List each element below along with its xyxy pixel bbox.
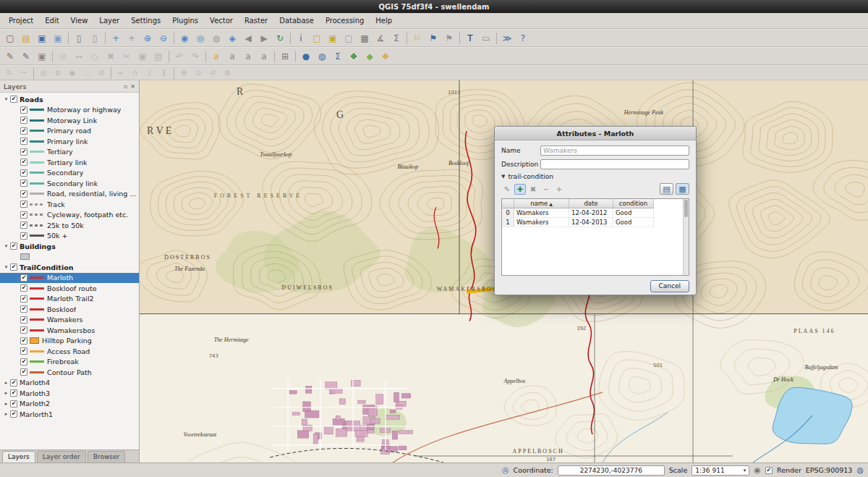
- add-part-button[interactable]: ⊚: [51, 67, 64, 79]
- split-parts-button[interactable]: ∥: [158, 67, 171, 79]
- layer-item-class-swatch[interactable]: [0, 252, 139, 263]
- layer-checkbox[interactable]: ✔: [20, 148, 27, 156]
- layer-item-boskloof[interactable]: ✔Boskloof: [0, 304, 139, 315]
- web-services-button[interactable]: ◍: [315, 49, 329, 64]
- statist-plugin-button[interactable]: Σ: [331, 49, 345, 64]
- layer-checkbox[interactable]: ✔: [10, 242, 17, 250]
- description-field[interactable]: [540, 159, 689, 169]
- zoom-to-layer-button[interactable]: ◈: [225, 31, 239, 46]
- layer-checkbox[interactable]: ✔: [20, 326, 27, 334]
- layer-item-motorway-or-highway[interactable]: ✔Motorway or highway: [0, 105, 139, 116]
- expand-arrow-icon[interactable]: ▾: [2, 264, 10, 270]
- python-console-button[interactable]: ≫: [500, 31, 514, 46]
- map-canvas[interactable]: RGHermittage PeakR V E1011TwaalfuurkopBl…: [140, 80, 868, 463]
- layer-item-roads[interactable]: ▾✔Roads: [0, 94, 139, 105]
- add-ring-button[interactable]: ◎: [37, 67, 50, 79]
- row-header[interactable]: 1: [502, 218, 514, 227]
- name-field[interactable]: [540, 145, 689, 156]
- fill-ring-button[interactable]: ◉: [66, 67, 79, 79]
- layer-checkbox[interactable]: ✔: [20, 138, 27, 145]
- toggle-child-editing-button[interactable]: ✎: [501, 184, 513, 195]
- move-label-button[interactable]: a: [225, 49, 239, 64]
- layer-item-50k[interactable]: ✔50k +: [0, 231, 139, 242]
- osm-plugin-button[interactable]: ◆: [362, 49, 377, 64]
- collapse-arrow-icon[interactable]: ▸: [2, 380, 10, 386]
- collapse-arrow-icon[interactable]: ▸: [2, 411, 10, 417]
- plugin-installer-button[interactable]: ❖: [378, 49, 393, 64]
- undo-button[interactable]: ↶: [172, 49, 187, 64]
- layer-item-cycleway-footpath-etc[interactable]: ✔Cycleway, footpath etc.: [0, 210, 139, 221]
- move-feature-button[interactable]: ↔: [72, 49, 86, 64]
- layer-item-25k-to-50k[interactable]: ✔25k to 50k: [0, 220, 139, 231]
- layer-item-marlorth1[interactable]: ▸✔Marlorth1: [0, 409, 139, 420]
- cut-features-button[interactable]: ✂: [119, 49, 134, 64]
- processing-toolbox-button[interactable]: ❖: [346, 49, 361, 64]
- deselect-all-button[interactable]: ▢: [341, 31, 356, 46]
- help-contents-button[interactable]: ?: [516, 31, 530, 46]
- layer-item-hilltop-parking[interactable]: ✔Hilltop Parking: [0, 336, 139, 347]
- metasearch-button[interactable]: ●: [299, 49, 313, 64]
- layer-checkbox[interactable]: ✔: [20, 337, 27, 345]
- menu-raster[interactable]: Raster: [239, 14, 273, 27]
- zoom-last-button[interactable]: ◀: [241, 31, 255, 46]
- pan-to-selection-button[interactable]: +: [124, 31, 139, 46]
- layer-item-contour-path[interactable]: ✔Contour Path: [0, 367, 139, 378]
- menu-plugins[interactable]: Plugins: [166, 14, 204, 27]
- pan-map-button[interactable]: +: [109, 31, 123, 46]
- form-annotation-button[interactable]: ▭: [479, 31, 493, 46]
- layer-checkbox[interactable]: ✔: [20, 117, 27, 124]
- layer-item-road-residential-living-street-etc[interactable]: ✔Road, residential, living street, etc.: [0, 189, 139, 200]
- layer-checkbox[interactable]: ✔: [20, 180, 27, 187]
- new-project-button[interactable]: ▢: [3, 31, 17, 46]
- zoom-full-button[interactable]: ◎: [193, 31, 208, 46]
- layer-item-track[interactable]: ✔Track: [0, 199, 139, 210]
- menu-vector[interactable]: Vector: [204, 14, 239, 27]
- layer-checkbox[interactable]: ✔: [20, 190, 27, 198]
- layer-item-marloth2[interactable]: ▸✔Marloth2: [0, 399, 139, 410]
- delete-ring-button[interactable]: ◌: [80, 67, 93, 79]
- layer-checkbox[interactable]: ✔: [20, 274, 27, 282]
- coordinate-capture-icon[interactable]: ◎: [502, 465, 509, 475]
- text-annotation-button[interactable]: T: [463, 31, 477, 46]
- refresh-map-button[interactable]: ↻: [273, 31, 287, 46]
- scrollbar-thumb[interactable]: [684, 200, 688, 217]
- layer-labeling-button[interactable]: a: [209, 49, 224, 64]
- layer-item-firebreak[interactable]: ✔Firebreak: [0, 357, 139, 368]
- map-tips-button[interactable]: ⚐: [410, 31, 425, 46]
- collapse-arrow-icon[interactable]: ▸: [2, 390, 10, 396]
- expand-arrow-icon[interactable]: ▾: [2, 96, 10, 102]
- select-features-button[interactable]: ▢: [310, 31, 324, 46]
- menu-database[interactable]: Database: [273, 14, 320, 27]
- collapse-arrow-icon[interactable]: ▸: [2, 401, 10, 407]
- open-attribute-table-button[interactable]: ▦: [357, 31, 372, 46]
- layer-checkbox[interactable]: ✔: [10, 389, 17, 397]
- menu-help[interactable]: Help: [370, 14, 398, 27]
- table-row[interactable]: 0Wamakers12-04-2012Good: [502, 208, 654, 218]
- layer-checkbox[interactable]: ✔: [20, 127, 27, 135]
- scale-combo[interactable]: 1:36 911 ▾: [692, 465, 749, 476]
- layer-checkbox[interactable]: ✔: [10, 263, 17, 271]
- panel-float-icon[interactable]: ▫: [124, 83, 127, 90]
- merge-attributes-button[interactable]: ⊙: [192, 67, 205, 79]
- delete-part-button[interactable]: ⊘: [95, 67, 108, 79]
- cancel-button[interactable]: Cancel: [650, 280, 690, 292]
- layer-item-secondary[interactable]: ✔Secondary: [0, 168, 139, 179]
- add-child-feature-button[interactable]: ✚: [514, 184, 526, 195]
- zoom-to-selection-button[interactable]: ◍: [209, 31, 224, 46]
- coordinate-input[interactable]: 2274230,-4023776: [558, 465, 665, 476]
- layer-item-secondary-link[interactable]: ✔Secondary link: [0, 178, 139, 189]
- layer-item-wamakers[interactable]: ✔Wamakers: [0, 315, 139, 326]
- layer-item-marloth[interactable]: ✔Marloth: [0, 273, 139, 284]
- layer-checkbox[interactable]: ✔: [20, 295, 27, 303]
- measure-line-button[interactable]: ∡: [373, 31, 388, 46]
- tab-layers[interactable]: Layers: [2, 451, 35, 463]
- layer-item-buildings[interactable]: ▾✔Buildings: [0, 241, 139, 252]
- new-bookmark-button[interactable]: ⚑: [426, 31, 441, 46]
- expand-arrow-icon[interactable]: ▾: [2, 243, 10, 249]
- layer-checkbox[interactable]: ✔: [20, 358, 27, 366]
- layer-checkbox[interactable]: ✔: [20, 232, 27, 240]
- layer-checkbox[interactable]: ✔: [10, 410, 17, 418]
- show-statistics-button[interactable]: Σ: [389, 31, 404, 46]
- layer-checkbox[interactable]: ✔: [20, 159, 27, 166]
- layer-item-primary-road[interactable]: ✔Primary road: [0, 126, 139, 137]
